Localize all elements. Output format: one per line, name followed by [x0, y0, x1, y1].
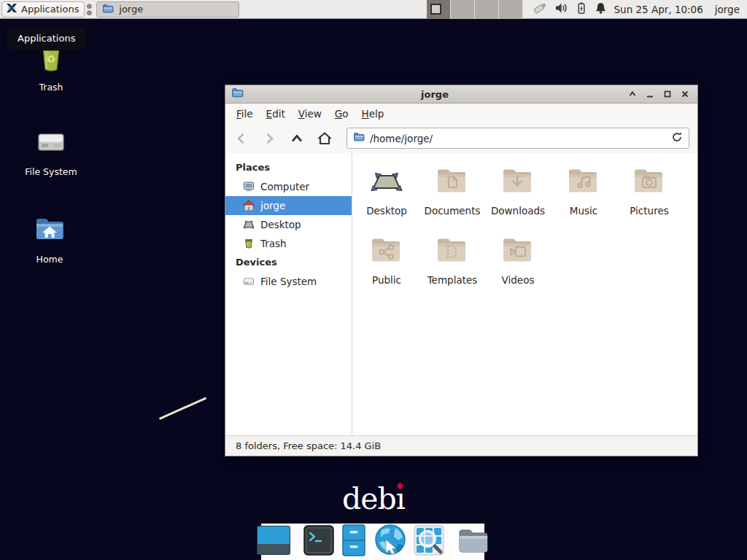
sidebar-header-places: Places — [225, 158, 352, 177]
hard-drive-icon — [34, 124, 69, 162]
desktop-icon-label: Trash — [39, 82, 63, 93]
home-icon — [243, 200, 255, 211]
workspace-4[interactable] — [499, 0, 523, 19]
file-item-label: Videos — [502, 274, 535, 286]
home-button[interactable] — [314, 128, 335, 149]
wallpaper-line-graphic — [159, 397, 206, 420]
sidebar-header-devices: Devices — [225, 253, 352, 272]
file-manager-window: jorge File Edit View Go Help — [225, 85, 698, 456]
panel-clock[interactable]: Sun 25 Apr, 10:06 — [614, 4, 703, 15]
folder-music-icon — [566, 164, 601, 199]
folder-shortcut[interactable] — [457, 526, 489, 557]
show-desktop-button[interactable] — [257, 526, 290, 558]
file-item-label: Music — [570, 205, 597, 217]
status-bar: 8 folders, Free space: 14.4 GiB — [225, 435, 697, 456]
workspace-switcher[interactable] — [427, 0, 523, 19]
file-item-music[interactable]: Music — [551, 164, 616, 233]
sidebar-item-file-system[interactable]: File System — [225, 272, 352, 291]
sidebar-item-desktop[interactable]: Desktop — [225, 215, 352, 234]
folder-templates-icon — [435, 233, 470, 268]
taskbar-window-label: jorge — [119, 4, 143, 15]
applications-menu-button[interactable]: Applications — [1, 1, 85, 18]
computer-icon — [243, 181, 255, 192]
logo-text-part: deb — [342, 481, 396, 516]
file-item-label: Public — [372, 274, 401, 286]
folder-icon — [102, 3, 114, 16]
removable-media-icon[interactable] — [532, 1, 548, 18]
menu-help[interactable]: Help — [355, 105, 391, 122]
folder-videos-icon — [500, 233, 535, 268]
sidebar-item-trash[interactable]: Trash — [225, 234, 352, 253]
workspace-3[interactable] — [475, 0, 499, 19]
folder-pictures-icon — [632, 164, 667, 199]
window-folder-icon — [231, 87, 244, 101]
file-item-videos[interactable]: Videos — [485, 233, 551, 303]
file-item-label: Templates — [427, 274, 478, 286]
menu-view[interactable]: View — [292, 105, 328, 122]
file-item-documents[interactable]: Documents — [419, 164, 485, 233]
panel-username[interactable]: jorge — [715, 4, 740, 15]
workspace-1[interactable] — [427, 0, 451, 19]
application-finder-launcher[interactable] — [414, 525, 444, 559]
path-folder-icon — [353, 131, 365, 145]
file-item-label: Pictures — [630, 205, 668, 217]
logo-i-letter: ı — [396, 481, 405, 516]
file-item-public[interactable]: Public — [354, 233, 419, 303]
terminal-launcher[interactable] — [303, 525, 334, 559]
home-folder-icon — [32, 211, 67, 249]
panel-handle[interactable]: ●● — [86, 3, 92, 16]
taskbar-window-button[interactable]: jorge — [96, 1, 239, 18]
menu-go[interactable]: Go — [328, 105, 355, 122]
file-item-pictures[interactable]: Pictures — [616, 164, 682, 233]
reload-icon[interactable] — [671, 131, 683, 146]
file-item-templates[interactable]: Templates — [419, 233, 485, 303]
folder-downloads-icon — [500, 164, 535, 199]
sidebar: Places Computer jorge — [225, 153, 352, 435]
file-grid: Desktop Documents — [352, 153, 697, 435]
desktop-icon — [369, 164, 404, 199]
window-titlebar[interactable]: jorge — [225, 85, 697, 104]
web-browser-launcher[interactable] — [374, 524, 407, 560]
sidebar-item-label: Trash — [260, 238, 287, 249]
sidebar-item-computer[interactable]: Computer — [225, 177, 352, 196]
file-manager-launcher[interactable] — [341, 524, 367, 559]
close-button[interactable] — [678, 88, 692, 101]
sidebar-item-label: Computer — [260, 181, 309, 192]
battery-icon[interactable] — [575, 1, 588, 18]
path-input[interactable]: /home/jorge/ — [370, 133, 433, 144]
menu-edit[interactable]: Edit — [260, 105, 292, 122]
shade-button[interactable] — [626, 88, 639, 101]
desktop-icon-label: Home — [36, 254, 63, 265]
workspace-window-preview — [430, 4, 441, 15]
file-item-label: Desktop — [366, 205, 407, 217]
hard-drive-icon — [243, 276, 255, 287]
volume-icon[interactable] — [554, 1, 568, 18]
file-item-desktop[interactable]: Desktop — [354, 164, 419, 233]
back-button[interactable] — [231, 128, 252, 149]
system-tray — [532, 1, 607, 18]
forward-button[interactable] — [259, 128, 279, 149]
file-item-downloads[interactable]: Downloads — [485, 164, 551, 233]
sidebar-item-jorge[interactable]: jorge — [225, 196, 352, 215]
up-button[interactable] — [287, 128, 307, 149]
dock — [261, 524, 484, 560]
menu-file[interactable]: File — [230, 105, 260, 122]
minimize-button[interactable] — [643, 88, 657, 101]
notifications-bell-icon[interactable] — [595, 1, 607, 18]
menu-bar: File Edit View Go Help — [225, 104, 697, 123]
toolbar: /home/jorge/ — [225, 123, 697, 153]
desktop-icon-home[interactable]: Home — [15, 211, 85, 265]
file-item-label: Documents — [425, 205, 481, 217]
folder-public-icon — [369, 233, 404, 268]
trash-icon — [243, 238, 255, 249]
xfce-logo-icon — [5, 1, 18, 17]
folder-documents-icon — [435, 164, 470, 199]
maximize-button[interactable] — [661, 88, 674, 101]
sidebar-item-label: File System — [260, 276, 317, 287]
applications-tooltip: Applications — [6, 26, 87, 50]
top-panel: Applications ●● jorge — [0, 0, 747, 19]
svg-text:♻: ♻ — [47, 53, 56, 65]
workspace-2[interactable] — [451, 0, 475, 19]
desktop-icon-file-system[interactable]: File System — [16, 124, 86, 177]
path-bar[interactable]: /home/jorge/ — [347, 128, 689, 149]
